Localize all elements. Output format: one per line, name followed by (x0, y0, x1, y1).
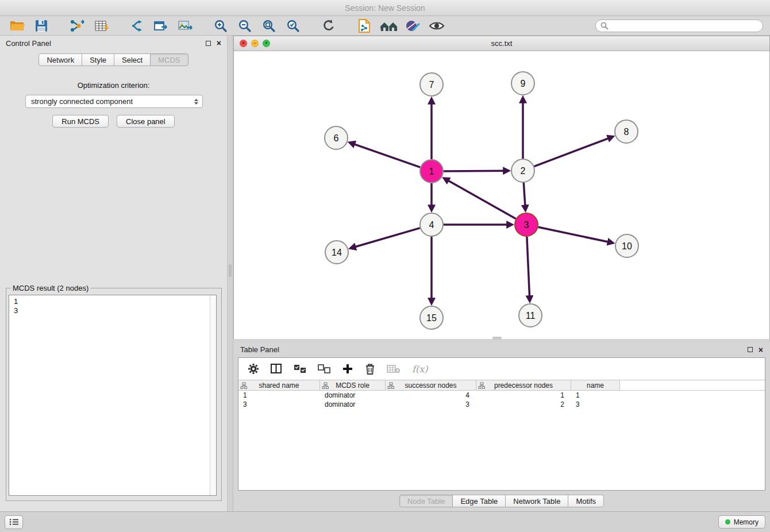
table-row[interactable]: 3dominator323 (238, 400, 765, 409)
table-settings-button[interactable] (248, 361, 259, 376)
save-session-button[interactable] (31, 17, 52, 34)
graph-node-7[interactable]: 7 (420, 73, 443, 96)
splitter-handle[interactable] (229, 264, 232, 277)
run-mcds-button[interactable]: Run MCDS (52, 115, 109, 128)
svg-text:1: 1 (429, 167, 434, 176)
graph-node-2[interactable]: 2 (511, 159, 534, 182)
canvas-scroll-handle[interactable] (492, 337, 502, 340)
select-all-button[interactable] (294, 361, 306, 376)
task-list-icon (9, 518, 19, 526)
close-panel-button[interactable]: Close panel (117, 115, 175, 128)
optimization-criterion-label: Optimization criterion: (0, 81, 227, 90)
column-header-name[interactable]: name (571, 380, 620, 390)
optimization-dropdown[interactable]: strongly connected component (25, 95, 203, 108)
refresh-button[interactable] (318, 17, 339, 34)
zoom-selected-icon (286, 19, 300, 33)
zoom-fit-button[interactable] (259, 17, 279, 34)
result-scrollbar[interactable] (210, 295, 216, 495)
graph-edge-3-1[interactable] (444, 178, 516, 218)
float-panel-icon[interactable] (206, 41, 211, 46)
column-header-predecessor-nodes[interactable]: predecessor nodes (476, 380, 571, 390)
search-input[interactable] (611, 22, 758, 30)
graph-node-15[interactable]: 15 (420, 306, 443, 329)
tab-edge-table[interactable]: Edge Table (452, 495, 506, 507)
deselect-all-button[interactable] (318, 361, 330, 376)
graph-node-4[interactable]: 4 (420, 213, 443, 236)
memory-button[interactable]: Memory (718, 515, 765, 529)
tab-node-table[interactable]: Node Table (399, 495, 453, 507)
delete-column-button[interactable] (365, 361, 375, 376)
graph-edge-3-10[interactable] (538, 227, 613, 243)
status-bar: Memory (0, 511, 770, 532)
search-icon (600, 22, 609, 30)
zoom-fit-icon (262, 19, 276, 33)
delete-table-button[interactable] (387, 361, 401, 376)
control-panel-header: Control Panel × (0, 36, 227, 51)
network-canvas[interactable]: 7968124310141511 (234, 51, 769, 339)
eye-icon (429, 20, 445, 32)
show-hide-graphics-button[interactable] (426, 17, 447, 34)
export-image-button[interactable] (175, 17, 195, 34)
style-button[interactable] (402, 17, 423, 34)
graph-edge-3-11[interactable] (527, 237, 530, 301)
close-table-panel-icon[interactable]: × (759, 347, 763, 353)
graph-node-11[interactable]: 11 (519, 304, 542, 327)
svg-text:11: 11 (526, 311, 536, 321)
table-toolbar: f(x) (238, 358, 765, 380)
graph-edge-4-14[interactable] (351, 228, 420, 248)
zoom-out-icon (238, 19, 252, 33)
open-session-button[interactable] (7, 17, 28, 34)
graph-edge-1-6[interactable] (350, 142, 421, 167)
graph-node-8[interactable]: 8 (615, 120, 638, 143)
network-window-titlebar[interactable]: × − + scc.txt (234, 36, 769, 51)
deselect-all-icon (318, 364, 330, 373)
column-header-mcds-role[interactable]: MCDS role (320, 380, 386, 390)
task-history-button[interactable] (5, 515, 23, 529)
first-neighbors-button[interactable] (378, 17, 399, 34)
show-column-button[interactable] (271, 361, 282, 376)
close-panel-icon[interactable]: × (217, 40, 221, 46)
svg-text:2: 2 (521, 166, 526, 176)
graph-edge-2-3[interactable] (523, 183, 525, 210)
memory-label: Memory (734, 518, 759, 526)
tab-style[interactable]: Style (82, 53, 114, 66)
graph-node-3[interactable]: 3 (515, 213, 538, 236)
svg-text:7: 7 (429, 80, 434, 90)
graph-node-9[interactable]: 9 (511, 72, 534, 95)
tab-motifs[interactable]: Motifs (568, 495, 604, 507)
mcds-result-fieldset: MCDS result (2 nodes) 1 3 (6, 284, 222, 501)
search-box[interactable] (595, 20, 763, 32)
app-titlebar[interactable]: Session: New Session (0, 0, 770, 16)
column-tree-icon (240, 382, 247, 391)
add-column-button[interactable] (342, 361, 353, 376)
tab-network[interactable]: Network (38, 53, 82, 66)
graph-node-14[interactable]: 14 (325, 241, 348, 264)
tab-network-table[interactable]: Network Table (505, 495, 568, 507)
zoom-in-button[interactable] (210, 17, 231, 34)
mcds-result-area[interactable]: 1 3 (9, 295, 217, 496)
export-network-button[interactable] (151, 17, 171, 34)
new-network-file-button[interactable] (354, 17, 375, 34)
graph-edge-2-8[interactable] (534, 137, 613, 167)
svg-text:6: 6 (334, 133, 339, 143)
tab-mcds[interactable]: MCDS (150, 53, 188, 66)
zoom-out-button[interactable] (234, 17, 255, 34)
panel-splitter[interactable] (228, 36, 233, 511)
graph-edge-1-2[interactable] (444, 171, 509, 171)
import-table-button[interactable] (91, 17, 111, 34)
refresh-icon (322, 19, 336, 33)
function-builder-button[interactable]: f(x) (412, 361, 428, 376)
column-header-shared-name[interactable]: shared name (238, 380, 320, 390)
graph-node-1[interactable]: 1 (420, 160, 443, 183)
result-line: 1 (14, 297, 216, 306)
graph-node-10[interactable]: 10 (615, 234, 638, 257)
tab-select[interactable]: Select (114, 53, 151, 66)
column-header-successor-nodes[interactable]: successor nodes (386, 380, 476, 390)
zoom-selected-button[interactable] (283, 17, 303, 34)
table-row[interactable]: 1dominator411 (238, 391, 765, 400)
result-line: 3 (14, 306, 216, 315)
float-table-panel-icon[interactable] (748, 347, 753, 352)
network-share-button[interactable] (126, 17, 147, 34)
graph-node-6[interactable]: 6 (325, 126, 348, 149)
import-network-button[interactable] (67, 17, 87, 34)
